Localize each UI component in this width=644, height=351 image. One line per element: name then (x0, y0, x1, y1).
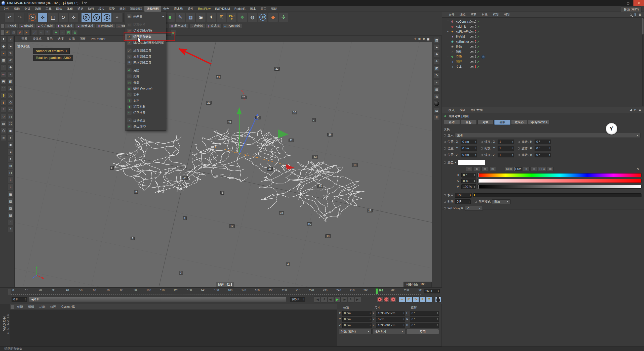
panel-move-icon[interactable]: ✛ (434, 58, 440, 64)
add-cube-primitive-button[interactable]: ■ (165, 12, 175, 22)
layout-dropdown[interactable]: 界面 (用户) (621, 7, 641, 12)
menu-item[interactable]: 动画 (86, 6, 96, 12)
current-frame-spinner[interactable]: 268 F▲▼ (424, 289, 440, 293)
dropdown-menu-item[interactable] (127, 66, 165, 67)
color-swatch[interactable] (458, 160, 485, 165)
circle-dash-icon[interactable]: ◌ (8, 219, 14, 225)
playhead[interactable] (376, 288, 378, 294)
quad-dots-icon[interactable]: ⁘ (8, 226, 14, 232)
anim-dot[interactable] (518, 141, 520, 143)
dropdown-menu-item[interactable]: ⇄ 切换克隆/矩阵 (125, 28, 166, 34)
contrast-tool-icon[interactable]: ◐ (8, 135, 14, 141)
anim-dot[interactable] (444, 134, 446, 137)
time-field[interactable]: 0 F▲▼ (455, 199, 471, 204)
attribute-tab[interactable]: 坐标 (461, 120, 477, 125)
object-row[interactable]: ⊘ xpLimit ✓ ⁘ (442, 24, 644, 29)
object-name[interactable]: xpEmitter (456, 40, 469, 43)
prev-frame-button[interactable]: ◀( (328, 296, 334, 302)
attribute-menu-item[interactable]: 编辑 (457, 107, 468, 113)
hide-selection-icon[interactable]: ▧ (11, 29, 17, 35)
layer-toggle-icon[interactable] (470, 51, 474, 53)
editor-visibility-dot[interactable] (475, 50, 476, 52)
object-manager-menu-item[interactable]: 编辑 (457, 12, 468, 18)
enable-check-icon[interactable]: ✓ (477, 20, 479, 23)
panel-target-icon[interactable]: ⌖ (434, 79, 440, 85)
object-manager-menu-item[interactable]: 文件 (446, 12, 457, 18)
rotate-tool[interactable]: ↻ (58, 13, 68, 22)
eyedropper-icon[interactable]: ✐ (636, 167, 640, 170)
divider[interactable] (26, 13, 26, 22)
editor-visibility-dot[interactable] (475, 60, 476, 62)
color-mode-button[interactable]: HSV (514, 167, 522, 171)
editor-visibility-dot[interactable] (475, 45, 476, 47)
attribute-tab[interactable]: 变换 (494, 120, 510, 125)
frame-tool-icon[interactable]: ⛶ (8, 121, 14, 127)
ruler-icon[interactable]: ⌒ (1, 85, 7, 92)
object-row[interactable]: ⁙ 随机 ✓ ⁘ (442, 49, 644, 54)
editor-visibility-dot[interactable] (475, 25, 476, 26)
dropdown-menu-item[interactable]: ▦ 效果器 ▶ (125, 13, 166, 20)
stack-icon[interactable]: ≣ (1, 135, 7, 141)
swap-cloner-matrix-icon[interactable]: ⇄ (17, 29, 23, 35)
field-button[interactable]: ▨着色器域 (169, 24, 188, 29)
scale-field[interactable]: 1▲▼ (498, 140, 514, 144)
scale-field[interactable]: 1▲▼ (498, 146, 514, 151)
attribute-tab[interactable]: 基本 (444, 120, 460, 125)
anim-dot[interactable] (481, 154, 483, 156)
anim-dot[interactable] (444, 201, 446, 203)
field-button[interactable]: ♪声音域 (189, 24, 205, 29)
rotate-view-icon[interactable]: ↻ (422, 37, 425, 41)
color-mode-button[interactable]: HEX (538, 167, 546, 171)
anim-dot[interactable] (518, 147, 520, 150)
zoom-view-icon[interactable]: ⊕ (418, 37, 421, 41)
coord-field[interactable]: 0 cm▲▼ (376, 317, 405, 322)
object-row[interactable]: ❋ xpEmitter ✓ ⁘ (442, 39, 644, 44)
timeline-ruler[interactable]: 0102030405060708090100110120130140150160… (0, 287, 442, 295)
layer-toggle-icon[interactable] (470, 30, 474, 33)
position-field[interactable]: 0 cm▲▼ (461, 146, 477, 151)
panel-tray-icon[interactable]: ▤ (434, 108, 440, 114)
next-frame-button[interactable]: )▶ (341, 296, 347, 302)
viewport-menu-item[interactable]: 摄像机 (30, 36, 44, 42)
dropdown-menu-item[interactable]: ✐ MoGraph权重绘制画笔 (125, 40, 166, 46)
render-visibility-dot[interactable] (475, 62, 476, 63)
anim-dot[interactable] (444, 141, 446, 143)
enable-check-icon[interactable]: ✓ (477, 30, 479, 33)
viewport[interactable]: 查看摄像机显示选项过滤面板ProRender ✛⊕↻▣ 透视视图 Number … (14, 36, 432, 287)
menu-item[interactable]: 流水线 (172, 6, 185, 12)
coordinate-system-button[interactable]: ⌖ (112, 13, 122, 22)
minus-box-icon[interactable]: ⊟ (8, 170, 14, 176)
dropdown-menu-item[interactable]: fx 多边形FX (125, 123, 166, 129)
expander-icon[interactable] (447, 21, 449, 23)
enable-check-icon[interactable]: ✓ (477, 60, 479, 64)
render-visibility-dot[interactable] (475, 37, 476, 38)
layer-toggle-icon[interactable] (470, 20, 474, 23)
radial-clone-tool-icon[interactable]: ◌ (38, 29, 44, 35)
enable-check-icon[interactable]: ✓ (477, 25, 479, 28)
object-name[interactable]: 文本 (456, 65, 462, 69)
object-row[interactable]: T 文本 ✓ ⁘ (442, 64, 644, 69)
panel-grip[interactable] (442, 13, 445, 17)
menu-item[interactable]: 帮助 (269, 6, 279, 12)
dots-grid-icon[interactable]: ⠿ (8, 177, 14, 183)
burger-icon[interactable]: ≣ (638, 13, 641, 16)
lock-x-axis-button[interactable]: X (81, 13, 91, 22)
object-name[interactable]: xpLimit (456, 25, 466, 28)
field-button[interactable]: ▯胶囊体域 (96, 24, 115, 29)
coord-field[interactable]: 0 °▲▼ (410, 317, 439, 322)
simulate-button[interactable]: ◍ (248, 12, 257, 22)
size-mode-dropdown[interactable]: 绝对尺寸▼ (373, 329, 405, 334)
image-picker-icon[interactable]: ▨ (489, 167, 496, 171)
render-visibility-dot[interactable] (475, 47, 476, 48)
barrel-icon[interactable]: ▮ (1, 100, 7, 106)
dropdown-menu-item[interactable]: ▧ 隐藏选择 (125, 22, 166, 28)
coord-field[interactable]: 0 °▲▼ (410, 323, 439, 328)
tray-icon[interactable]: ▤ (1, 121, 7, 127)
pencil-tool-icon[interactable]: ✐ (8, 57, 14, 63)
viewport-menu-item[interactable]: 查看 (19, 36, 30, 42)
anim-dot[interactable] (444, 194, 446, 196)
texture-mode-icon[interactable]: ● (1, 50, 7, 56)
mograph-selection-icon[interactable]: ➤ (23, 29, 29, 35)
panel-grip[interactable] (442, 108, 445, 112)
coord-field[interactable]: 0 cm▲▼ (342, 311, 372, 316)
